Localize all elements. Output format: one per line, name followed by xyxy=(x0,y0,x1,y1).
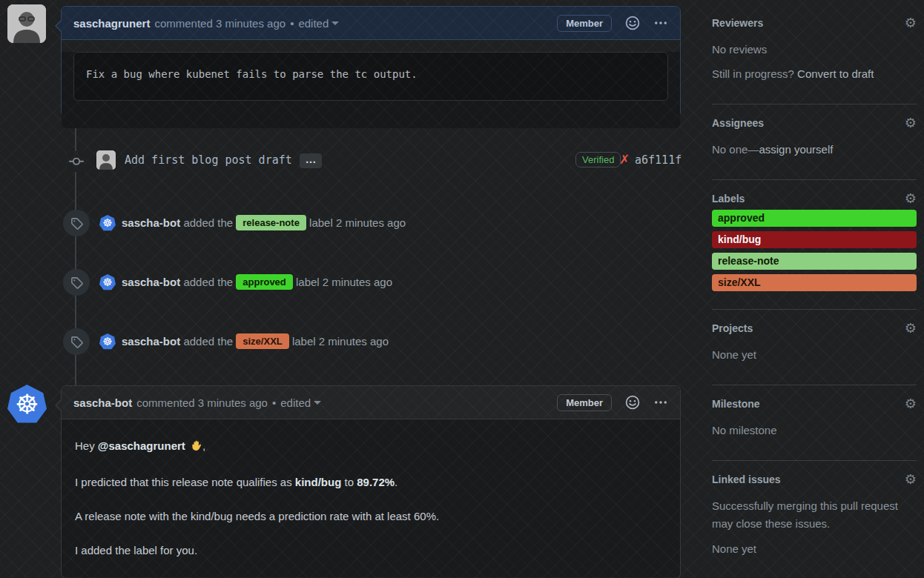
label-event-size-xxl: ☸ sascha-bot added the size/XXL label 2 … xyxy=(61,328,681,355)
smiley-icon xyxy=(625,395,640,410)
edited-dropdown[interactable]: edited xyxy=(298,17,339,30)
linked-issues-empty: None yet xyxy=(712,540,917,558)
commit-sha-link[interactable]: a6f111f xyxy=(635,153,682,167)
member-badge: Member xyxy=(557,15,612,32)
sidebar-section-linked-issues: Linked issues ⚙ Successfully merging thi… xyxy=(712,461,917,578)
sidebar-label-approved[interactable]: approved xyxy=(712,210,917,227)
comment-header: saschagrunert commented 3 minutes ago • … xyxy=(62,7,680,40)
comment-paragraph: I predicted that this release note quali… xyxy=(75,475,667,490)
avatar-saschagrunert[interactable] xyxy=(7,4,46,43)
kebab-horizontal-icon xyxy=(653,395,668,410)
gear-icon[interactable]: ⚙ xyxy=(905,322,917,335)
event-suffix[interactable]: label 2 minutes ago xyxy=(309,216,406,229)
commit-message[interactable]: Add first blog post draft xyxy=(125,153,292,167)
event-actor-link[interactable]: sascha-bot xyxy=(122,216,180,229)
comment-sascha-bot: sascha-bot commented 3 minutes ago • edi… xyxy=(61,385,681,578)
event-text: sascha-bot added the approved label 2 mi… xyxy=(122,269,392,296)
comment-meta[interactable]: commented 3 minutes ago xyxy=(136,396,268,409)
person-portrait-icon xyxy=(7,4,46,43)
sidebar-section-assignees: Assignees ⚙ No one—assign yourself xyxy=(712,104,917,180)
comment-options-button[interactable] xyxy=(653,395,668,410)
sidebar-section-labels: Labels ⚙ approved kind/bug release-note … xyxy=(712,180,917,310)
avatar-sascha-bot-small[interactable]: ☸ xyxy=(99,274,116,290)
event-actor-link[interactable]: sascha-bot xyxy=(122,335,180,348)
commit-icon-wrap xyxy=(67,151,86,172)
kebab-horizontal-icon xyxy=(653,16,668,30)
label-chip[interactable]: release-note xyxy=(236,215,306,230)
pull-request-page: saschagrunert commented 3 minutes ago • … xyxy=(0,0,924,578)
chevron-down-icon xyxy=(314,401,321,405)
comment-body: Hey @saschagrunert , I predicted that th… xyxy=(62,419,680,577)
comment-saschagrunert: saschagrunert commented 3 minutes ago • … xyxy=(61,6,681,117)
milestone-title: Milestone xyxy=(712,398,760,410)
meta-separator: • xyxy=(272,396,276,409)
comment-paragraph: I added the label for you. xyxy=(75,543,667,558)
commit-expander-button[interactable]: … xyxy=(300,153,322,168)
event-actor-link[interactable]: sascha-bot xyxy=(122,276,180,288)
user-mention-link[interactable]: @saschagrunert xyxy=(98,439,185,452)
projects-title: Projects xyxy=(712,322,753,334)
label-event-approved: ☸ sascha-bot added the approved label 2 … xyxy=(61,269,681,296)
event-suffix[interactable]: label 2 minutes ago xyxy=(292,335,389,348)
code-block: Fix a bug where kubenet fails to parse t… xyxy=(73,52,668,101)
tag-icon-badge xyxy=(63,210,90,236)
sidebar-section-projects: Projects ⚙ None yet xyxy=(712,310,917,385)
reviewers-title: Reviewers xyxy=(712,17,763,29)
reviewers-empty: No reviews xyxy=(712,41,917,59)
tag-icon xyxy=(70,336,83,348)
tag-icon xyxy=(70,276,83,289)
comment-author-link[interactable]: saschagrunert xyxy=(73,17,150,30)
tag-icon-badge xyxy=(63,328,90,355)
event-action: added the xyxy=(183,335,233,348)
label-chip[interactable]: size/XXL xyxy=(236,333,288,349)
sidebar-section-milestone: Milestone ⚙ No milestone xyxy=(712,385,917,461)
convert-to-draft-link[interactable]: Convert to draft xyxy=(797,67,874,80)
comment-header: sascha-bot commented 3 minutes ago • edi… xyxy=(62,386,680,419)
event-suffix[interactable]: label 2 minutes ago xyxy=(296,276,392,288)
edited-dropdown[interactable]: edited xyxy=(280,396,321,409)
comment-paragraph: A release note with the kind/bug needs a… xyxy=(75,509,667,524)
linked-issues-title: Linked issues xyxy=(712,474,781,485)
gear-icon[interactable]: ⚙ xyxy=(905,116,917,130)
commit-event: Add first blog post draft … Verified ✗ a… xyxy=(61,150,681,173)
meta-separator: • xyxy=(290,17,294,30)
sidebar-label-kind-bug[interactable]: kind/bug xyxy=(712,231,917,248)
event-text: sascha-bot added the size/XXL label 2 mi… xyxy=(122,328,389,355)
event-action: added the xyxy=(183,276,233,288)
gear-icon[interactable]: ⚙ xyxy=(905,192,917,205)
verified-badge[interactable]: Verified xyxy=(575,152,621,167)
git-commit-icon xyxy=(69,154,84,169)
person-portrait-icon xyxy=(96,150,116,170)
sidebar-section-reviewers: Reviewers ⚙ No reviews Still in progress… xyxy=(712,10,917,104)
labels-title: Labels xyxy=(712,193,745,205)
smiley-icon xyxy=(625,16,640,30)
gear-icon[interactable]: ⚙ xyxy=(905,397,917,411)
chevron-down-icon xyxy=(331,21,339,25)
gear-icon[interactable]: ⚙ xyxy=(905,473,917,486)
projects-empty: None yet xyxy=(712,346,917,364)
comment-body: Fix a bug where kubenet fails to parse t… xyxy=(62,52,680,128)
comment-author-link[interactable]: sascha-bot xyxy=(73,396,132,409)
comment-options-button[interactable] xyxy=(653,16,668,30)
sidebar-label-release-note[interactable]: release-note xyxy=(712,253,917,270)
avatar-sascha-bot[interactable]: ☸ xyxy=(7,385,47,424)
reviewers-hint: Still in progress? Convert to draft xyxy=(712,65,917,83)
assignees-empty: No one—assign yourself xyxy=(712,141,917,159)
tag-icon-badge xyxy=(63,269,90,296)
add-reaction-button[interactable] xyxy=(625,395,640,410)
avatar-saschagrunert-small[interactable] xyxy=(96,150,116,170)
member-badge: Member xyxy=(557,394,612,411)
comment-meta[interactable]: commented 3 minutes ago xyxy=(154,17,286,30)
label-event-release-note: ☸ sascha-bot added the release-note labe… xyxy=(61,210,681,236)
assignees-title: Assignees xyxy=(712,117,764,129)
label-chip[interactable]: approved xyxy=(236,274,293,290)
gear-icon[interactable]: ⚙ xyxy=(905,16,917,30)
assign-yourself-link[interactable]: assign yourself xyxy=(759,143,833,156)
tag-icon xyxy=(70,217,83,230)
failed-check-icon[interactable]: ✗ xyxy=(619,152,630,167)
sidebar-label-size-xxl[interactable]: size/XXL xyxy=(712,274,917,291)
linked-issues-description: Successfully merging this pull request m… xyxy=(712,497,917,533)
avatar-sascha-bot-small[interactable]: ☸ xyxy=(99,215,116,231)
avatar-sascha-bot-small[interactable]: ☸ xyxy=(99,333,116,350)
add-reaction-button[interactable] xyxy=(625,16,640,30)
